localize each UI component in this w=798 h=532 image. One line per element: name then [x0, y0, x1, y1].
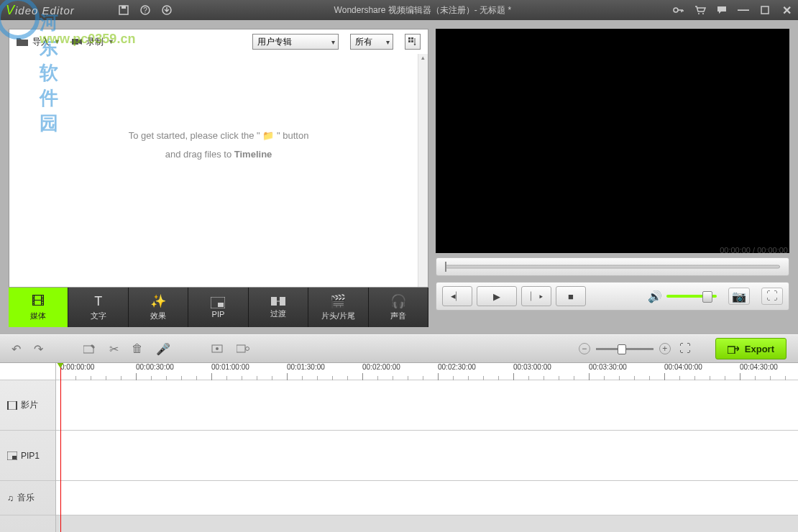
tab-media[interactable]: 🎞 媒体 — [9, 288, 68, 327]
chat-icon[interactable] — [716, 4, 728, 16]
media-empty-message: To get started, please click the " 📁 " b… — [129, 127, 309, 164]
svg-rect-21 — [237, 345, 245, 352]
folder-icon: 📁 — [262, 130, 274, 141]
fullscreen-button[interactable]: ⛶ — [761, 288, 783, 305]
timeline: 影片 PIP1 ♫ 音乐 0:00:00:0000:00:30:0000:01:… — [0, 363, 798, 532]
svg-rect-11 — [411, 37, 413, 40]
app-logo: Video Editor — [6, 3, 75, 18]
cart-icon[interactable] — [694, 4, 706, 16]
zoom-slider[interactable]: − + ⛶ — [579, 342, 691, 355]
media-icon: 🎞 — [32, 294, 45, 309]
prev-frame-button[interactable]: ◂⎸ — [442, 286, 472, 306]
volume-slider[interactable] — [666, 295, 717, 298]
svg-point-6 — [698, 13, 700, 14]
svg-rect-1 — [121, 6, 126, 9]
volume-icon[interactable]: 🔊 — [648, 290, 662, 303]
export-icon — [728, 344, 739, 354]
transition-icon — [271, 295, 285, 307]
view-toggle-button[interactable] — [405, 34, 421, 50]
album-select[interactable]: 用户专辑 — [252, 34, 339, 50]
svg-rect-16 — [271, 297, 277, 306]
headphones-icon: 🎧 — [390, 293, 406, 309]
track-music[interactable] — [56, 481, 798, 515]
svg-rect-13 — [411, 40, 413, 42]
tab-text[interactable]: T 文字 — [68, 288, 128, 327]
svg-point-20 — [216, 347, 219, 350]
pip-track-icon — [7, 451, 17, 460]
svg-text:?: ? — [143, 6, 147, 14]
delete-button[interactable]: 🗑 — [132, 342, 143, 355]
track-video[interactable] — [56, 380, 798, 431]
tab-pip[interactable]: PIP — [188, 288, 248, 327]
track-label-music: ♫ 音乐 — [0, 481, 55, 515]
track-label-pip: PIP1 — [0, 431, 55, 481]
settings-button[interactable] — [237, 344, 249, 354]
key-icon[interactable] — [673, 4, 684, 16]
cut-button[interactable]: ✂ — [109, 342, 119, 356]
text-icon: T — [94, 294, 102, 309]
svg-rect-8 — [761, 6, 769, 14]
zoom-fit-icon[interactable]: ⛶ — [679, 342, 691, 355]
pip-icon — [211, 297, 225, 308]
svg-rect-23 — [728, 347, 735, 354]
svg-rect-24 — [7, 401, 17, 410]
record-label: 录制 — [86, 36, 104, 48]
effect-icon: ✨ — [150, 293, 166, 309]
track-label-video: 影片 — [0, 380, 55, 431]
record-button[interactable]: 录制 ▼ — [72, 36, 114, 48]
tab-transition[interactable]: 过渡 — [249, 288, 308, 327]
folder-icon — [17, 37, 28, 46]
timeline-toolbar: ↶ ↷ ✂ 🗑 🎤 − + ⛶ Export — [0, 334, 798, 363]
preview-scrubber[interactable] — [436, 257, 789, 276]
filter-select[interactable]: 所有 — [350, 34, 393, 50]
svg-rect-9 — [72, 39, 78, 45]
snapshot-button[interactable]: 📷 — [728, 288, 750, 305]
film-icon — [7, 401, 17, 410]
timeline-ruler[interactable]: 0:00:00:0000:00:30:0000:01:00:0000:01:30… — [56, 363, 798, 380]
title-bar: Video Editor ? Wondershare 视频编辑器（未注册）- 无… — [0, 0, 798, 20]
webcam-icon — [72, 37, 82, 46]
maximize-icon[interactable] — [759, 4, 771, 16]
svg-point-22 — [246, 347, 249, 351]
undo-button[interactable]: ↶ — [12, 342, 21, 356]
music-icon: ♫ — [7, 493, 14, 503]
stop-button[interactable]: ■ — [556, 286, 586, 306]
help-icon[interactable]: ? — [139, 4, 151, 16]
svg-rect-12 — [408, 40, 411, 42]
svg-rect-26 — [16, 401, 17, 410]
track-pip[interactable] — [56, 431, 798, 481]
edit-clip-button[interactable] — [83, 343, 96, 354]
crop-button[interactable] — [211, 344, 224, 354]
preview-viewport — [436, 29, 789, 253]
svg-rect-25 — [7, 401, 9, 410]
preview-timecode: 00:00:00 / 00:00:00 — [720, 246, 788, 254]
svg-rect-10 — [408, 37, 411, 40]
tab-intro-outro[interactable]: 🎬 片头/片尾 — [308, 288, 368, 327]
clapperboard-icon: 🎬 — [330, 293, 346, 309]
media-scrollbar[interactable]: ▴ — [418, 54, 428, 287]
next-frame-button[interactable]: ⎸▸ — [521, 286, 551, 306]
close-icon[interactable]: ✕ — [781, 4, 792, 16]
redo-button[interactable]: ↷ — [34, 342, 43, 356]
import-label: 导入 — [32, 36, 50, 48]
voiceover-button[interactable]: 🎤 — [156, 342, 170, 356]
svg-point-5 — [674, 8, 678, 12]
playhead[interactable] — [60, 363, 61, 532]
play-button[interactable]: ▶ — [477, 286, 517, 306]
svg-rect-15 — [218, 303, 224, 307]
tab-sound[interactable]: 🎧 声音 — [369, 288, 428, 327]
zoom-in-icon[interactable]: + — [659, 343, 671, 354]
minimize-icon[interactable]: — — [738, 4, 749, 16]
svg-rect-17 — [280, 297, 285, 306]
download-icon[interactable] — [161, 4, 173, 16]
save-icon[interactable] — [118, 4, 129, 16]
category-tabs: 🎞 媒体 T 文字 ✨ 效果 PIP 过渡 🎬 片头/片尾 — [9, 288, 428, 327]
export-button[interactable]: Export — [715, 338, 786, 359]
zoom-out-icon[interactable]: − — [579, 343, 590, 354]
preview-controls: ◂⎸ ▶ ⎸▸ ■ 🔊 📷 ⛶ — [436, 282, 789, 311]
svg-rect-28 — [12, 456, 17, 459]
window-title: Wondershare 视频编辑器（未注册）- 无标题 * — [173, 4, 673, 17]
import-button[interactable]: 导入 ▼ — [17, 36, 60, 48]
media-library-panel: 导入 ▼ 录制 ▼ 用户专辑 所有 To get started, please… — [9, 29, 428, 288]
tab-effect[interactable]: ✨ 效果 — [129, 288, 188, 327]
